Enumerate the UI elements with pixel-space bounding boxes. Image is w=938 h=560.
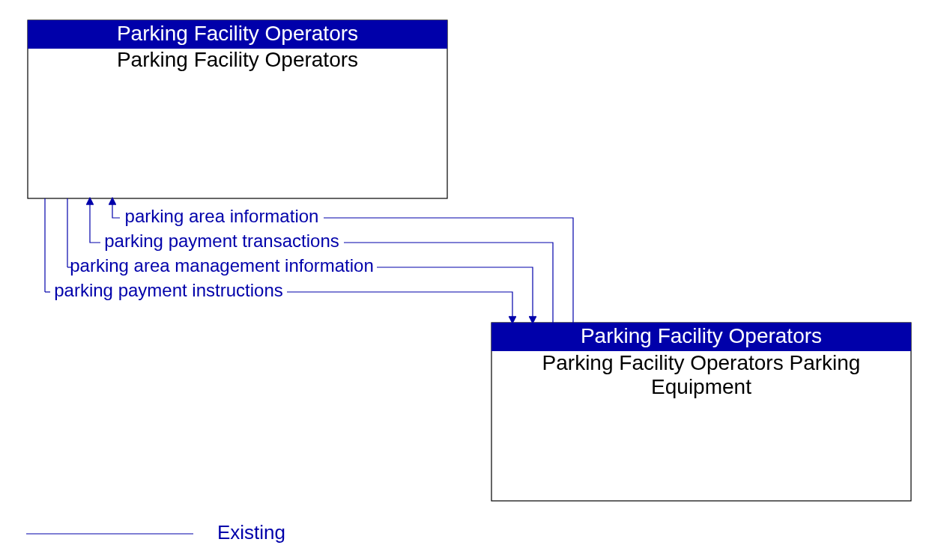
- legend-existing: Existing: [26, 521, 285, 544]
- flow-label-3: parking area management information: [70, 255, 374, 276]
- flow-label-4: parking payment instructions: [54, 280, 282, 300]
- box-parking-equipment: Parking Facility Operators Parking Facil…: [491, 323, 911, 501]
- legend-existing-label: Existing: [217, 521, 285, 544]
- flow-label-1: parking area information: [125, 206, 319, 226]
- flow-label-2: parking payment transactions: [104, 231, 339, 251]
- box-parking-facility-operators: Parking Facility Operators Parking Facil…: [28, 20, 447, 198]
- box-bottom-header: Parking Facility Operators: [581, 324, 822, 347]
- architecture-diagram: Parking Facility Operators Parking Facil…: [0, 0, 938, 560]
- box-bottom-title-line1: Parking Facility Operators Parking: [542, 351, 861, 374]
- box-top-header: Parking Facility Operators: [117, 22, 358, 45]
- box-top-title: Parking Facility Operators: [117, 48, 358, 71]
- box-bottom-title-line2: Equipment: [651, 375, 751, 398]
